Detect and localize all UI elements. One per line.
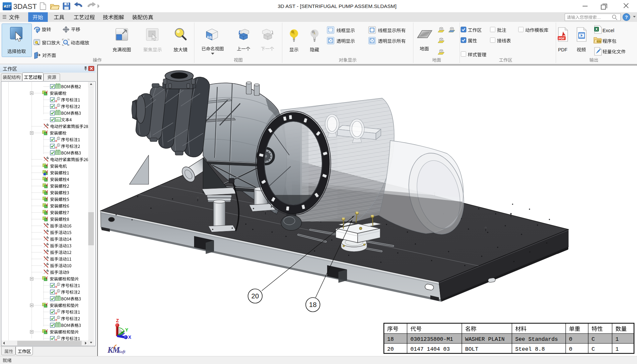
svg-text:AB: AB [207, 35, 212, 39]
svg-text:20: 20 [251, 292, 259, 300]
svg-text:BOM: BOM [56, 149, 60, 151]
svg-text:1: 1 [58, 336, 59, 338]
svg-text:1: 1 [615, 346, 619, 352]
svg-text:PDF: PDF [559, 37, 565, 40]
svg-text:Excel: Excel [602, 28, 614, 33]
svg-text:WASHER PLAIN: WASHER PLAIN [465, 336, 505, 342]
svg-text:Soft: Soft [118, 349, 125, 354]
svg-text:X: X [128, 334, 131, 340]
svg-text:C: C [592, 346, 595, 352]
svg-text:3DAST: 3DAST [13, 2, 37, 11]
svg-text:BOM: BOM [56, 295, 60, 297]
svg-text:0: 0 [569, 346, 572, 352]
svg-text:See Standards: See Standards [515, 336, 558, 342]
svg-text:1: 1 [58, 283, 59, 285]
svg-text:?: ? [625, 15, 628, 20]
svg-text:1: 1 [58, 137, 59, 140]
svg-text:EXE: EXE [597, 40, 601, 42]
svg-text:1: 1 [58, 97, 59, 100]
svg-text:BOLT: BOLT [465, 346, 478, 352]
svg-text:18: 18 [309, 301, 317, 308]
svg-text:abc: abc [56, 118, 60, 121]
svg-text:Z: Z [116, 318, 119, 323]
svg-text:3D AST - [SENTRIFUGAL PUMP ASS: 3D AST - [SENTRIFUGAL PUMP ASSEM.SLDASM] [278, 3, 396, 9]
svg-text:1: 1 [615, 336, 619, 342]
svg-text:BOM: BOM [56, 322, 60, 324]
svg-text:BOM: BOM [56, 109, 60, 111]
svg-text:20: 20 [387, 346, 394, 352]
svg-text:Steel 8.8: Steel 8.8 [515, 346, 545, 352]
svg-text:0301235800-M1: 0301235800-M1 [410, 336, 453, 342]
svg-text:X: X [595, 27, 598, 31]
svg-text:1: 1 [58, 144, 59, 146]
svg-text:AST: AST [4, 5, 11, 8]
svg-text:Y: Y [125, 327, 128, 333]
svg-text:18: 18 [387, 336, 394, 342]
svg-text:PDF: PDF [558, 47, 567, 52]
svg-text:C: C [592, 336, 595, 342]
svg-text:1: 1 [58, 316, 59, 319]
svg-text:...: ... [597, 15, 601, 20]
svg-text:1: 1 [58, 310, 59, 312]
svg-text:1: 1 [58, 104, 59, 106]
svg-text:BOM: BOM [56, 83, 60, 85]
svg-text:0147 1404 03: 0147 1404 03 [410, 346, 450, 352]
svg-text:1: 1 [58, 290, 59, 292]
svg-text:0: 0 [569, 336, 572, 342]
